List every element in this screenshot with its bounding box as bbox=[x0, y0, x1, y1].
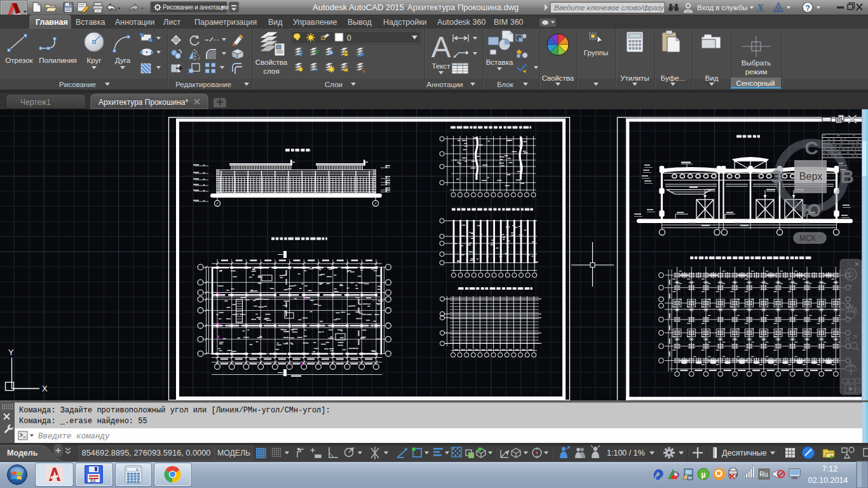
svg-text:0: 0 bbox=[136, 468, 139, 472]
svg-text:Ю: Ю bbox=[802, 200, 822, 220]
svg-text:Введите ключевое слово/фразу: Введите ключевое слово/фразу bbox=[554, 4, 665, 11]
svg-text:Аннотации: Аннотации bbox=[426, 81, 463, 88]
svg-text:Ru: Ru bbox=[759, 470, 768, 478]
svg-text:Круг: Круг bbox=[87, 57, 102, 64]
svg-text:Параметризация: Параметризация bbox=[194, 18, 257, 27]
svg-text:Дуга: Дуга bbox=[115, 57, 131, 64]
svg-text:Буфе...: Буфе... bbox=[661, 74, 685, 82]
svg-text:З: З bbox=[771, 166, 783, 187]
svg-text:Вход в службы: Вход в службы bbox=[697, 4, 748, 11]
svg-text:Текст: Текст bbox=[432, 62, 451, 70]
svg-text:Сенсорный: Сенсорный bbox=[736, 79, 775, 87]
svg-text:Autodesk 360: Autodesk 360 bbox=[437, 18, 485, 27]
svg-text:Свойства: Свойства bbox=[255, 58, 288, 66]
svg-text:Группы: Группы bbox=[584, 49, 608, 57]
svg-text:Управление: Управление bbox=[293, 18, 337, 27]
svg-text:Выбрать: Выбрать bbox=[742, 59, 771, 67]
svg-text:X: X bbox=[756, 2, 764, 14]
svg-text:МОДЕЛЬ: МОДЕЛЬ bbox=[217, 449, 250, 458]
svg-text:Модель: Модель bbox=[7, 449, 38, 458]
svg-text:Autodesk AutoCAD 2015: Autodesk AutoCAD 2015 bbox=[313, 3, 404, 12]
svg-text:Отрезок: Отрезок bbox=[5, 57, 33, 64]
svg-text:Введите команду: Введите команду bbox=[38, 432, 110, 441]
svg-text:слоя: слоя bbox=[263, 67, 279, 75]
svg-text:Полилиния: Полилиния bbox=[39, 57, 77, 64]
svg-text:?: ? bbox=[806, 4, 810, 13]
svg-text:7:12: 7:12 bbox=[822, 464, 837, 473]
svg-text:Y: Y bbox=[8, 348, 14, 357]
svg-text:Свойства: Свойства bbox=[542, 74, 574, 82]
svg-text:Блок: Блок bbox=[497, 81, 514, 88]
svg-text:В: В bbox=[840, 166, 854, 187]
svg-text:µ: µ bbox=[702, 470, 706, 479]
svg-text:Редактирование: Редактирование bbox=[175, 81, 231, 88]
svg-text:Вид: Вид bbox=[268, 18, 283, 27]
svg-text:Рисование: Рисование bbox=[59, 81, 96, 88]
svg-text:0: 0 bbox=[347, 34, 351, 43]
svg-text:Лист: Лист bbox=[163, 18, 180, 27]
svg-text:Архитектура Прокошина*: Архитектура Прокошина* bbox=[98, 98, 189, 107]
svg-text:Десятичные: Десятичные bbox=[722, 449, 767, 458]
svg-text:854692.8895, 276093.5916, 0.00: 854692.8895, 276093.5916, 0.0000 bbox=[82, 448, 211, 458]
svg-text:1:100 / 1%: 1:100 / 1% bbox=[607, 449, 645, 458]
svg-text:Слои: Слои bbox=[325, 81, 342, 88]
svg-text:А: А bbox=[431, 30, 451, 64]
svg-text:Аннотации: Аннотации bbox=[115, 18, 154, 27]
svg-text:С: С bbox=[804, 137, 818, 158]
svg-text:Рисование и аннотации: Рисование и аннотации bbox=[163, 4, 229, 11]
svg-text:Вывод: Вывод bbox=[348, 18, 372, 27]
svg-text:Архитектура Прокошина.dwg: Архитектура Прокошина.dwg bbox=[407, 3, 519, 12]
svg-text:Вид: Вид bbox=[705, 74, 719, 82]
svg-text:02.10.2014: 02.10.2014 bbox=[808, 476, 848, 485]
svg-text:Вставка: Вставка bbox=[76, 18, 105, 27]
svg-text:Команда: Задайте противоположн: Команда: Задайте противоположный угол ил… bbox=[19, 406, 330, 415]
svg-text:Вставка: Вставка bbox=[486, 58, 513, 66]
svg-text:Чертеж1: Чертеж1 bbox=[20, 98, 51, 107]
svg-text:Утилиты: Утилиты bbox=[620, 74, 649, 82]
svg-text:режим: режим bbox=[745, 68, 768, 76]
svg-text:64: 64 bbox=[90, 478, 95, 484]
svg-text:МСК: МСК bbox=[799, 234, 816, 243]
svg-text:Верх: Верх bbox=[799, 171, 822, 182]
svg-text:X: X bbox=[42, 384, 48, 393]
svg-text:Команда: _.erase найдено: 55: Команда: _.erase найдено: 55 bbox=[19, 417, 147, 426]
svg-text:BIM 360: BIM 360 bbox=[494, 18, 524, 27]
svg-text:Главная: Главная bbox=[36, 18, 68, 27]
svg-text:Надстройки: Надстройки bbox=[383, 18, 427, 27]
